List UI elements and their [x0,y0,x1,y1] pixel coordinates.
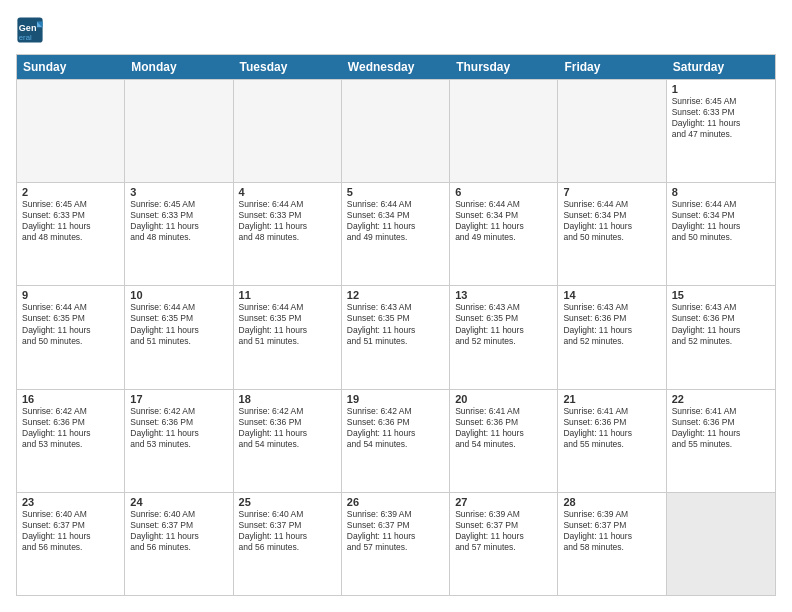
weekday-tuesday: Tuesday [234,55,342,79]
cal-cell-25: 25Sunrise: 6:40 AM Sunset: 6:37 PM Dayli… [234,493,342,595]
day-number: 10 [130,289,227,301]
cell-info: Sunrise: 6:44 AM Sunset: 6:35 PM Dayligh… [239,302,336,346]
day-number: 2 [22,186,119,198]
cal-cell-16: 16Sunrise: 6:42 AM Sunset: 6:36 PM Dayli… [17,390,125,492]
day-number: 7 [563,186,660,198]
cal-cell-13: 13Sunrise: 6:43 AM Sunset: 6:35 PM Dayli… [450,286,558,388]
weekday-monday: Monday [125,55,233,79]
cell-info: Sunrise: 6:42 AM Sunset: 6:36 PM Dayligh… [347,406,444,450]
cal-cell-11: 11Sunrise: 6:44 AM Sunset: 6:35 PM Dayli… [234,286,342,388]
cell-info: Sunrise: 6:39 AM Sunset: 6:37 PM Dayligh… [455,509,552,553]
calendar-header: SundayMondayTuesdayWednesdayThursdayFrid… [17,55,775,79]
day-number: 5 [347,186,444,198]
cal-row-4: 23Sunrise: 6:40 AM Sunset: 6:37 PM Dayli… [17,492,775,595]
day-number: 3 [130,186,227,198]
cell-info: Sunrise: 6:45 AM Sunset: 6:33 PM Dayligh… [22,199,119,243]
cell-info: Sunrise: 6:43 AM Sunset: 6:35 PM Dayligh… [455,302,552,346]
day-number: 16 [22,393,119,405]
cal-cell-empty-0-4 [450,80,558,182]
cell-info: Sunrise: 6:40 AM Sunset: 6:37 PM Dayligh… [22,509,119,553]
cell-info: Sunrise: 6:43 AM Sunset: 6:35 PM Dayligh… [347,302,444,346]
day-number: 13 [455,289,552,301]
cell-info: Sunrise: 6:45 AM Sunset: 6:33 PM Dayligh… [672,96,770,140]
calendar-body: 1Sunrise: 6:45 AM Sunset: 6:33 PM Daylig… [17,79,775,595]
day-number: 1 [672,83,770,95]
day-number: 18 [239,393,336,405]
cal-row-1: 2Sunrise: 6:45 AM Sunset: 6:33 PM Daylig… [17,182,775,285]
cell-info: Sunrise: 6:42 AM Sunset: 6:36 PM Dayligh… [130,406,227,450]
cal-cell-12: 12Sunrise: 6:43 AM Sunset: 6:35 PM Dayli… [342,286,450,388]
cell-info: Sunrise: 6:39 AM Sunset: 6:37 PM Dayligh… [563,509,660,553]
day-number: 15 [672,289,770,301]
cal-cell-17: 17Sunrise: 6:42 AM Sunset: 6:36 PM Dayli… [125,390,233,492]
weekday-thursday: Thursday [450,55,558,79]
cal-cell-26: 26Sunrise: 6:39 AM Sunset: 6:37 PM Dayli… [342,493,450,595]
cal-cell-24: 24Sunrise: 6:40 AM Sunset: 6:37 PM Dayli… [125,493,233,595]
day-number: 20 [455,393,552,405]
day-number: 26 [347,496,444,508]
weekday-sunday: Sunday [17,55,125,79]
cal-cell-28: 28Sunrise: 6:39 AM Sunset: 6:37 PM Dayli… [558,493,666,595]
cell-info: Sunrise: 6:44 AM Sunset: 6:34 PM Dayligh… [455,199,552,243]
cell-info: Sunrise: 6:39 AM Sunset: 6:37 PM Dayligh… [347,509,444,553]
day-number: 9 [22,289,119,301]
day-number: 19 [347,393,444,405]
cell-info: Sunrise: 6:44 AM Sunset: 6:34 PM Dayligh… [563,199,660,243]
page: Gen eral SundayMondayTuesdayWednesdayThu… [0,0,792,612]
cal-cell-empty-0-0 [17,80,125,182]
day-number: 6 [455,186,552,198]
cell-info: Sunrise: 6:41 AM Sunset: 6:36 PM Dayligh… [672,406,770,450]
day-number: 12 [347,289,444,301]
svg-text:Gen: Gen [19,23,37,33]
cal-cell-20: 20Sunrise: 6:41 AM Sunset: 6:36 PM Dayli… [450,390,558,492]
calendar: SundayMondayTuesdayWednesdayThursdayFrid… [16,54,776,596]
cal-cell-empty-0-2 [234,80,342,182]
cal-cell-7: 7Sunrise: 6:44 AM Sunset: 6:34 PM Daylig… [558,183,666,285]
day-number: 27 [455,496,552,508]
cal-cell-9: 9Sunrise: 6:44 AM Sunset: 6:35 PM Daylig… [17,286,125,388]
logo-icon: Gen eral [16,16,44,44]
weekday-friday: Friday [558,55,666,79]
cal-row-2: 9Sunrise: 6:44 AM Sunset: 6:35 PM Daylig… [17,285,775,388]
cell-info: Sunrise: 6:42 AM Sunset: 6:36 PM Dayligh… [239,406,336,450]
day-number: 14 [563,289,660,301]
cal-cell-empty-0-5 [558,80,666,182]
cal-cell-22: 22Sunrise: 6:41 AM Sunset: 6:36 PM Dayli… [667,390,775,492]
cell-info: Sunrise: 6:40 AM Sunset: 6:37 PM Dayligh… [130,509,227,553]
cal-cell-19: 19Sunrise: 6:42 AM Sunset: 6:36 PM Dayli… [342,390,450,492]
cal-cell-15: 15Sunrise: 6:43 AM Sunset: 6:36 PM Dayli… [667,286,775,388]
cal-row-3: 16Sunrise: 6:42 AM Sunset: 6:36 PM Dayli… [17,389,775,492]
cal-cell-10: 10Sunrise: 6:44 AM Sunset: 6:35 PM Dayli… [125,286,233,388]
cal-cell-5: 5Sunrise: 6:44 AM Sunset: 6:34 PM Daylig… [342,183,450,285]
svg-text:eral: eral [19,33,32,42]
cal-cell-23: 23Sunrise: 6:40 AM Sunset: 6:37 PM Dayli… [17,493,125,595]
weekday-wednesday: Wednesday [342,55,450,79]
day-number: 23 [22,496,119,508]
day-number: 8 [672,186,770,198]
day-number: 28 [563,496,660,508]
cal-cell-empty-4-6 [667,493,775,595]
day-number: 25 [239,496,336,508]
cal-cell-8: 8Sunrise: 6:44 AM Sunset: 6:34 PM Daylig… [667,183,775,285]
day-number: 11 [239,289,336,301]
cal-cell-empty-0-3 [342,80,450,182]
day-number: 17 [130,393,227,405]
cal-cell-18: 18Sunrise: 6:42 AM Sunset: 6:36 PM Dayli… [234,390,342,492]
cell-info: Sunrise: 6:44 AM Sunset: 6:34 PM Dayligh… [347,199,444,243]
cell-info: Sunrise: 6:45 AM Sunset: 6:33 PM Dayligh… [130,199,227,243]
cal-cell-1: 1Sunrise: 6:45 AM Sunset: 6:33 PM Daylig… [667,80,775,182]
day-number: 4 [239,186,336,198]
cal-row-0: 1Sunrise: 6:45 AM Sunset: 6:33 PM Daylig… [17,79,775,182]
day-number: 22 [672,393,770,405]
cal-cell-2: 2Sunrise: 6:45 AM Sunset: 6:33 PM Daylig… [17,183,125,285]
cell-info: Sunrise: 6:44 AM Sunset: 6:34 PM Dayligh… [672,199,770,243]
header: Gen eral [16,16,776,44]
cell-info: Sunrise: 6:44 AM Sunset: 6:35 PM Dayligh… [130,302,227,346]
cal-cell-14: 14Sunrise: 6:43 AM Sunset: 6:36 PM Dayli… [558,286,666,388]
cal-cell-27: 27Sunrise: 6:39 AM Sunset: 6:37 PM Dayli… [450,493,558,595]
cell-info: Sunrise: 6:42 AM Sunset: 6:36 PM Dayligh… [22,406,119,450]
weekday-saturday: Saturday [667,55,775,79]
cell-info: Sunrise: 6:41 AM Sunset: 6:36 PM Dayligh… [563,406,660,450]
cell-info: Sunrise: 6:43 AM Sunset: 6:36 PM Dayligh… [563,302,660,346]
logo: Gen eral [16,16,48,44]
